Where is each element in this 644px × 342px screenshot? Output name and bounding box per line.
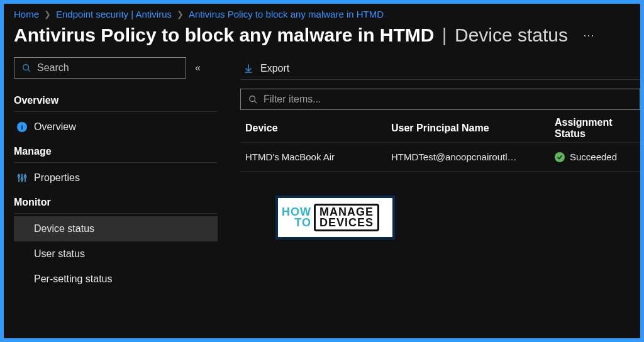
cell-device: HTMD's MacBook Air <box>240 152 391 162</box>
breadcrumb: Home ❯ Endpoint security | Antivirus ❯ A… <box>4 4 640 22</box>
breadcrumb-policy[interactable]: Antivirus Policy to block any malware in… <box>189 9 384 19</box>
toolbar: Export <box>240 57 640 80</box>
svg-point-10 <box>250 96 255 102</box>
watermark-logo: HOW TO MANAGE DEVICES <box>275 196 395 240</box>
breadcrumb-endpoint-security[interactable]: Endpoint security | Antivirus <box>56 9 172 19</box>
breadcrumb-home[interactable]: Home <box>14 9 39 19</box>
sidebar-item-device-status[interactable]: Device status <box>14 216 218 241</box>
svg-point-3 <box>18 175 19 177</box>
col-header-upn[interactable]: User Principal Name <box>391 123 555 134</box>
filter-items[interactable] <box>240 89 640 110</box>
cell-status-text: Succeeded <box>570 152 617 162</box>
col-header-device[interactable]: Device <box>240 123 391 134</box>
sidebar-item-label: Device status <box>34 223 94 234</box>
sidebar-item-per-setting-status[interactable]: Per-setting status <box>14 267 218 292</box>
collapse-sidebar-icon[interactable]: « <box>195 62 201 74</box>
more-actions-button[interactable]: ⋯ <box>583 28 596 42</box>
search-icon <box>247 94 258 105</box>
sidebar-search[interactable] <box>14 57 186 79</box>
download-icon <box>243 63 254 74</box>
table-header-row: Device User Principal Name Assignment St… <box>240 114 640 143</box>
page-title-main: Antivirus Policy to block any malware in… <box>14 25 434 45</box>
col-header-status[interactable]: Assignment Status <box>555 117 640 140</box>
svg-point-7 <box>24 175 26 177</box>
sidebar-item-label: Overview <box>34 121 76 133</box>
svg-line-1 <box>28 70 31 72</box>
chevron-right-icon: ❯ <box>177 9 184 19</box>
export-button[interactable]: Export <box>240 62 292 75</box>
table-row[interactable]: HTMD's MacBook Air HTMDTest@anoopcnairou… <box>240 143 640 172</box>
watermark-devices: DEVICES <box>319 218 374 228</box>
sidebar-item-user-status[interactable]: User status <box>14 241 218 267</box>
svg-line-11 <box>255 101 257 104</box>
sidebar-item-label: Per-setting status <box>34 273 113 285</box>
page-title: Antivirus Policy to block any malware in… <box>14 25 568 46</box>
sidebar: « Overview i Overview Manage Properties <box>4 57 225 329</box>
watermark-to: TO <box>294 218 311 228</box>
svg-point-0 <box>23 65 29 70</box>
sidebar-search-input[interactable] <box>37 62 179 74</box>
svg-point-5 <box>21 178 23 180</box>
info-icon: i <box>16 121 28 133</box>
results-table: Device User Principal Name Assignment St… <box>240 114 640 172</box>
sidebar-item-properties[interactable]: Properties <box>14 165 218 190</box>
sidebar-item-label: User status <box>34 248 85 260</box>
sidebar-item-overview[interactable]: i Overview <box>14 114 218 140</box>
section-header-overview: Overview <box>14 89 218 112</box>
export-button-label: Export <box>260 63 289 74</box>
section-header-monitor: Monitor <box>14 190 218 214</box>
cell-status: Succeeded <box>555 152 640 162</box>
success-icon <box>555 152 565 162</box>
filter-items-input[interactable] <box>264 94 633 105</box>
main-pane: Export Device User Principal Name Assign… <box>225 57 640 329</box>
page-title-separator: | <box>442 25 447 45</box>
page-title-sub: Device status <box>455 25 568 45</box>
cell-upn: HTMDTest@anoopcnairoutl… <box>391 152 555 162</box>
section-header-manage: Manage <box>14 140 218 163</box>
sidebar-item-label: Properties <box>34 172 80 184</box>
search-icon <box>21 62 32 74</box>
sliders-icon <box>16 172 28 184</box>
chevron-right-icon: ❯ <box>44 9 51 19</box>
